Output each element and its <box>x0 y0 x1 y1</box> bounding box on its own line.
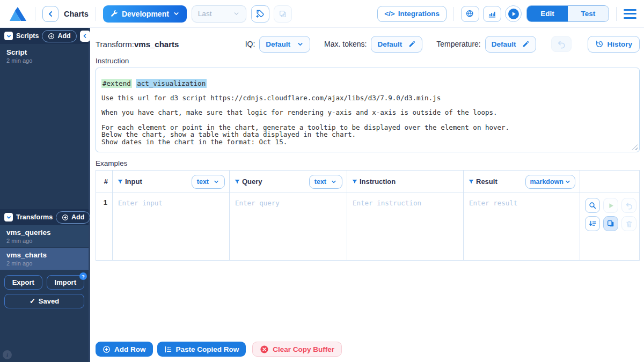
delete-row-button <box>621 216 636 231</box>
collapse-transforms-icon[interactable] <box>4 213 13 221</box>
transform-title: vms_queries <box>6 228 82 237</box>
input-field[interactable] <box>114 196 228 257</box>
instruction-header-label: Instruction <box>360 178 396 186</box>
clear-copy-buffer-button[interactable]: Clear Copy Buffer <box>252 342 342 357</box>
tab-test[interactable]: Test <box>568 6 609 21</box>
examples-table-header: # Input text Query text <box>96 171 639 193</box>
page-title: Charts <box>64 10 89 18</box>
run-button[interactable] <box>505 5 522 22</box>
undo-button <box>551 36 572 52</box>
copy-icon <box>606 219 615 228</box>
filter-icon[interactable] <box>117 179 123 185</box>
add-tag-button[interactable] <box>251 5 269 23</box>
max-tokens-edit[interactable]: Default <box>371 36 422 53</box>
sidebar-item-script[interactable]: Script 2 min ago <box>0 44 89 68</box>
copy-row-button[interactable] <box>603 216 618 231</box>
add-script-button[interactable]: Add <box>42 30 76 42</box>
insert-row-button[interactable] <box>585 216 600 231</box>
chevron-down-icon <box>297 41 304 48</box>
sidebar: Scripts Add Script 2 min ago Transforms … <box>0 28 90 362</box>
result-field[interactable] <box>465 196 579 257</box>
app-logo-icon <box>9 6 28 22</box>
query-field[interactable] <box>231 196 346 257</box>
instruction-editor[interactable]: #extend act_visualization Use this url f… <box>96 68 640 152</box>
scripts-section-header: Scripts Add <box>0 28 89 44</box>
iq-control: IQ: Default <box>245 36 310 53</box>
undo-icon <box>625 202 633 210</box>
input-type-select[interactable]: text <box>192 175 225 189</box>
iq-select[interactable]: Default <box>259 36 310 53</box>
transform-title: vms_charts <box>6 251 82 259</box>
divider <box>616 7 617 21</box>
instruction-directive-line: #extend act_visualization <box>101 79 633 87</box>
pencil-icon <box>408 40 416 48</box>
saved-status-button[interactable]: ✓ Saved <box>4 294 84 308</box>
iq-label: IQ: <box>245 40 255 48</box>
run-row-button <box>603 198 618 213</box>
back-button[interactable] <box>42 6 58 22</box>
sidebar-item-vms-charts[interactable]: vms_charts 2 min ago <box>0 248 89 270</box>
environment-label: Development <box>122 10 169 18</box>
duplicate-button <box>274 5 292 23</box>
column-header-input: Input text <box>113 171 230 193</box>
query-type-select[interactable]: text <box>309 175 342 189</box>
chevron-down-icon <box>213 179 219 185</box>
transform-title-label: Transform:vms_charts <box>96 40 179 49</box>
environment-dropdown[interactable]: Development <box>103 5 187 23</box>
add-transform-button[interactable]: Add <box>56 211 90 224</box>
chart-view-button[interactable] <box>483 6 501 22</box>
resize-handle[interactable] <box>632 144 638 150</box>
column-header-query: Query text <box>230 171 347 193</box>
app: Charts Development Last </> Integrations <box>0 0 644 362</box>
tab-edit[interactable]: Edit <box>527 6 568 21</box>
collapse-sidebar-button[interactable] <box>80 31 90 42</box>
divider <box>453 7 454 21</box>
temperature-control: Temperature: Default <box>436 36 536 53</box>
menu-icon[interactable] <box>624 9 636 19</box>
info-icon[interactable]: i <box>3 350 12 359</box>
instruction-field[interactable] <box>348 196 462 257</box>
plus-circle-icon <box>103 345 111 353</box>
version-select[interactable]: Last <box>192 5 246 23</box>
instruction-line: Below the chart, show a table with data … <box>101 130 633 138</box>
max-tokens-value: Default <box>377 40 402 48</box>
sidebar-item-vms-queries[interactable]: vms_queries 2 min ago <box>0 225 89 248</box>
play-icon <box>607 202 615 210</box>
add-transform-label: Add <box>71 213 84 221</box>
help-badge[interactable]: ? <box>79 272 87 280</box>
import-button[interactable]: Import ? <box>47 275 85 290</box>
row-number: 1 <box>96 193 113 260</box>
inspect-row-button[interactable] <box>585 198 600 213</box>
add-row-button[interactable]: Add Row <box>96 342 153 357</box>
filter-icon[interactable] <box>234 179 240 185</box>
input-cell <box>113 193 230 260</box>
filter-icon[interactable] <box>468 179 474 185</box>
integrations-button[interactable]: </> Integrations <box>377 6 447 22</box>
history-label: History <box>607 40 632 48</box>
result-header-label: Result <box>476 178 497 186</box>
collapse-scripts-icon[interactable] <box>4 32 13 40</box>
max-tokens-control: Max. tokens: Default <box>324 36 422 53</box>
undo-icon <box>557 40 566 49</box>
transforms-section-header: Transforms Add <box>0 209 89 225</box>
history-clock-icon <box>595 40 604 48</box>
instruction-line: Show dates in the chart in the format: O… <box>101 138 633 145</box>
plus-circle-icon <box>48 33 55 40</box>
instruction-section-label: Instruction <box>96 57 644 65</box>
transform-timestamp: 2 min ago <box>6 238 82 244</box>
filter-icon[interactable] <box>352 179 358 185</box>
script-timestamp: 2 min ago <box>6 57 82 64</box>
max-tokens-label: Max. tokens: <box>324 40 367 48</box>
chevron-down-icon <box>173 10 180 17</box>
result-type-select[interactable]: markdown <box>525 175 575 189</box>
web-preview-button[interactable] <box>461 6 479 22</box>
instruction-line: For each element or point in the chart, … <box>101 123 633 131</box>
paste-copied-row-button[interactable]: Paste Copied Row <box>157 342 246 357</box>
history-button[interactable]: History <box>588 36 640 53</box>
chevron-down-icon <box>565 179 571 185</box>
divider <box>96 7 96 21</box>
temperature-edit[interactable]: Default <box>485 36 537 53</box>
temperature-label: Temperature: <box>436 40 480 48</box>
export-button[interactable]: Export <box>4 275 42 290</box>
transform-controls-row: Transform:vms_charts IQ: Default Max. to… <box>96 35 640 53</box>
